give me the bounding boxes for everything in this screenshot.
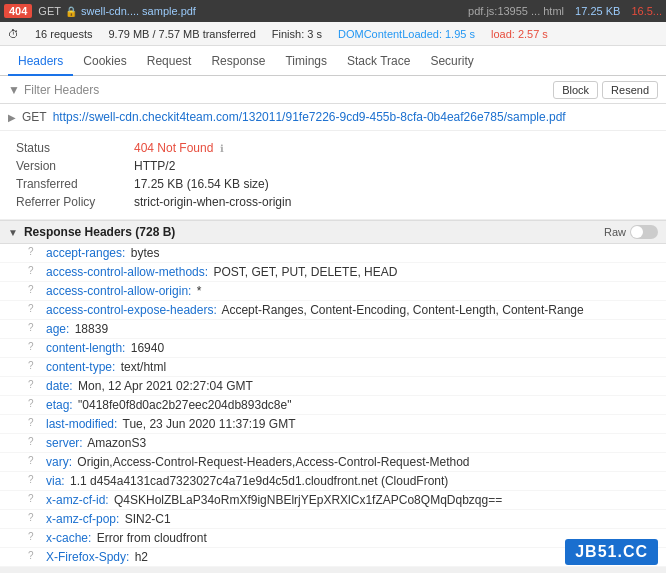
raw-toggle[interactable]: Raw [604,225,658,239]
filter-actions: Block Resend [553,81,658,99]
url-domain: swell-cdn.... sample.pdf [81,5,196,17]
meta-referrer-row: Referrer Policy strict-origin-when-cross… [16,193,650,211]
response-headers-section-header: ▼ Response Headers (728 B) Raw [0,220,666,244]
collapse-arrow-icon[interactable]: ▼ [8,227,18,238]
header-row: ? vary: Origin,Access-Control-Request-He… [0,453,666,472]
header-value: text/html [117,360,166,374]
resend-button[interactable]: Resend [602,81,658,99]
header-value: Accept-Ranges, Content-Encoding, Content… [219,303,584,317]
header-name: server: [46,436,83,450]
version-value: HTTP/2 [134,159,175,173]
meta-section: Status 404 Not Found ℹ Version HTTP/2 Tr… [0,131,666,220]
header-row: ? x-amz-cf-id: Q4SKHolZBLaP34oRmXf9igNBE… [0,491,666,510]
header-name: last-modified: [46,417,117,431]
help-icon: ? [28,493,40,504]
referrer-value: strict-origin-when-cross-origin [134,195,291,209]
tab-url: pdf.js:13955 ... html [468,5,564,17]
help-icon: ? [28,417,40,428]
section-title: ▼ Response Headers (728 B) [8,225,175,239]
help-icon: ? [28,436,40,447]
header-row: ? access-control-allow-methods: POST, GE… [0,263,666,282]
header-value: bytes [127,246,159,260]
header-value: POST, GET, PUT, DELETE, HEAD [210,265,397,279]
status-text: 404 Not Found [134,141,213,155]
header-value: AmazonS3 [85,436,146,450]
header-name: access-control-allow-origin: [46,284,191,298]
header-value: Origin,Access-Control-Request-Headers,Ac… [74,455,469,469]
tab-request[interactable]: Request [137,48,202,76]
headers-list: ? accept-ranges: bytes ? access-control-… [0,244,666,567]
header-name: x-cache: [46,531,91,545]
filter-placeholder: Filter Headers [24,83,99,97]
tabs-bar: Headers Cookies Request Response Timings… [0,46,666,76]
info-icon: ℹ [220,143,224,154]
header-value: Q4SKHolZBLaP34oRmXf9igNBElrjYEpXRXlCx1fZ… [111,493,503,507]
header-row: ? access-control-expose-headers: Accept-… [0,301,666,320]
header-name: access-control-allow-methods: [46,265,208,279]
meta-status-row: Status 404 Not Found ℹ [16,139,650,157]
tab-info: pdf.js:13955 ... html 17.25 KB 16.5... [460,5,662,17]
expand-icon[interactable]: ▶ [8,112,16,123]
tab-security[interactable]: Security [420,48,483,76]
header-name: etag: [46,398,73,412]
block-button[interactable]: Block [553,81,598,99]
header-value: Mon, 12 Apr 2021 02:27:04 GMT [75,379,253,393]
header-value: Tue, 23 Jun 2020 11:37:19 GMT [119,417,295,431]
header-name: content-type: [46,360,115,374]
tab-headers[interactable]: Headers [8,48,73,76]
filter-left: ▼ Filter Headers [8,83,99,97]
header-name: accept-ranges: [46,246,125,260]
method-label: GET [38,5,61,17]
header-row: ? access-control-allow-origin: * [0,282,666,301]
header-name: date: [46,379,73,393]
header-value: Error from cloudfront [93,531,206,545]
url-row: ▶ GET https://swell-cdn.checkit4team.com… [0,104,666,131]
raw-label: Raw [604,226,626,238]
transferred-value: 17.25 KB (16.54 KB size) [134,177,269,191]
raw-toggle-track[interactable] [630,225,658,239]
header-value: 1.1 d454a4131cad7323027c4a71e9d4c5d1.clo… [67,474,449,488]
help-icon: ? [28,474,40,485]
transferred-label: Transferred [16,177,126,191]
dom-loaded: DOMContentLoaded: 1.95 s [338,28,475,40]
transferred: 9.79 MB / 7.57 MB transferred [108,28,255,40]
header-value: 16940 [127,341,164,355]
header-row: ? server: AmazonS3 [0,434,666,453]
header-value: SIN2-C1 [121,512,170,526]
header-value: 18839 [71,322,108,336]
header-name: X-Firefox-Spdy: [46,550,129,564]
help-icon: ? [28,531,40,542]
help-icon: ? [28,550,40,561]
request-method: GET [22,110,47,124]
requests-count: 16 requests [35,28,92,40]
tab-cookies[interactable]: Cookies [73,48,136,76]
header-row: ? age: 18839 [0,320,666,339]
meta-transferred-row: Transferred 17.25 KB (16.54 KB size) [16,175,650,193]
help-icon: ? [28,512,40,523]
timer-icon: ⏱ [8,28,19,40]
stats-bar: ⏱ 16 requests 9.79 MB / 7.57 MB transfer… [0,22,666,46]
help-icon: ? [28,360,40,371]
status-label: Status [16,141,126,155]
header-row: ? accept-ranges: bytes [0,244,666,263]
tab-response[interactable]: Response [201,48,275,76]
referrer-label: Referrer Policy [16,195,126,209]
help-icon: ? [28,322,40,333]
header-name: x-amz-cf-id: [46,493,109,507]
request-url: https://swell-cdn.checkit4team.com/13201… [53,110,566,124]
help-icon: ? [28,303,40,314]
help-icon: ? [28,341,40,352]
response-headers-title: Response Headers (728 B) [24,225,175,239]
lock-icon: 🔒 [65,6,77,17]
filter-bar: ▼ Filter Headers Block Resend [0,76,666,104]
header-value: h2 [131,550,148,564]
header-row: ? via: 1.1 d454a4131cad7323027c4a71e9d4c… [0,472,666,491]
tab-stack-trace[interactable]: Stack Trace [337,48,420,76]
help-icon: ? [28,379,40,390]
header-row: ? last-modified: Tue, 23 Jun 2020 11:37:… [0,415,666,434]
tab-timings[interactable]: Timings [275,48,337,76]
header-row: ? x-amz-cf-pop: SIN2-C1 [0,510,666,529]
help-icon: ? [28,265,40,276]
meta-version-row: Version HTTP/2 [16,157,650,175]
header-name: x-amz-cf-pop: [46,512,119,526]
